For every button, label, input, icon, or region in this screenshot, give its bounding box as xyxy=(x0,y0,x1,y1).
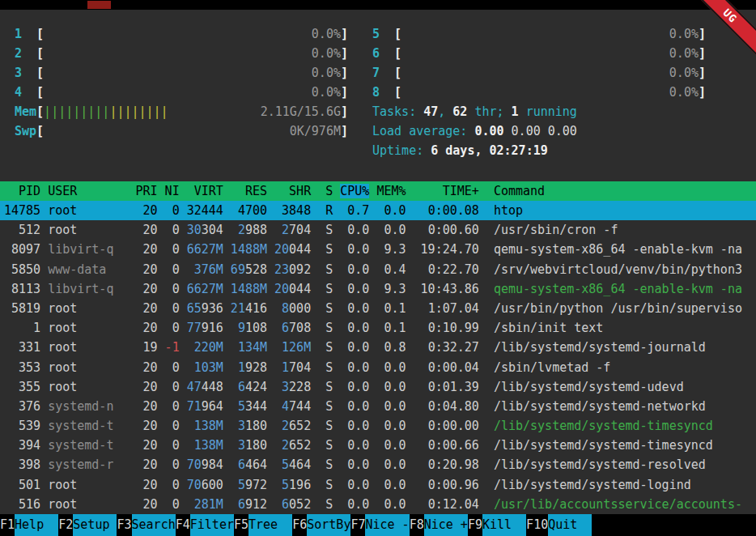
process-state: S xyxy=(311,240,333,259)
process-pid: 501 xyxy=(4,475,40,495)
process-command: qemu-system-x86_64 -enable-kvm -na xyxy=(494,279,756,299)
fn-key-label: F10 xyxy=(526,514,548,536)
column-header-s[interactable]: S xyxy=(311,181,333,201)
column-header-mem[interactable]: MEM% xyxy=(369,181,406,201)
meters-right-column: 5[0.0%]6[0.0%]7[0.0%]8[0.0%]Tasks: 47, 6… xyxy=(372,24,706,160)
swap-meter-value: 0K/976M xyxy=(290,121,341,141)
mem-used-bars: ||||||||| xyxy=(44,104,109,119)
meter-close-bracket: ] xyxy=(699,83,706,102)
debug-ribbon-label: UG xyxy=(720,6,739,25)
process-row[interactable]: 501root2007060059725196S0.00.00:00.96/li… xyxy=(0,475,756,495)
column-header-cpu[interactable]: CPU% xyxy=(333,181,369,201)
process-nice: 0 xyxy=(158,436,180,455)
process-row[interactable]: 539systemd-t200138M31802652S0.00.00:00.0… xyxy=(0,416,756,436)
cpu-meter-1-label: 1 xyxy=(15,24,36,44)
fn-key-label: F5 xyxy=(234,514,248,536)
process-mem: 0.1 xyxy=(369,299,406,318)
process-row[interactable]: 331root19-1220M134M126MS0.00.80:32.27/li… xyxy=(0,338,756,357)
blank-row xyxy=(0,160,756,181)
cpu-meter-3-label: 3 xyxy=(15,63,36,83)
meter-open-bracket: [ xyxy=(394,44,401,63)
column-header-shr[interactable]: SHR xyxy=(267,181,311,201)
fn-kill[interactable]: F9Kill xyxy=(468,514,526,536)
fn-help[interactable]: F1Help xyxy=(0,514,58,536)
process-mem: 0.4 xyxy=(369,260,406,279)
fn-quit[interactable]: F10Quit xyxy=(526,514,592,536)
meters-panel: 1[0.0%]2[0.0%]3[0.0%]4[0.0%]Mem[||||||||… xyxy=(0,10,756,160)
meter-close-bracket: ] xyxy=(341,63,348,83)
process-pid: 353 xyxy=(4,358,40,377)
cpu-meter-4: 4[0.0%] xyxy=(15,83,348,102)
function-key-bar: F1HelpF2SetupF3SearchF4FilterF5TreeF6Sor… xyxy=(0,514,756,536)
column-header-pid[interactable]: PID xyxy=(4,181,40,201)
cpu-meter-6-label: 6 xyxy=(372,44,394,63)
process-row[interactable]: 5819root20065936214168000S0.00.11:07.04/… xyxy=(0,299,756,318)
fn-action-label: Nice - xyxy=(365,514,409,536)
process-cpu: 0.0 xyxy=(333,338,369,357)
fn-setup[interactable]: F2Setup xyxy=(58,514,117,536)
process-row[interactable]: 398systemd-r2007098464645464S0.00.00:20.… xyxy=(0,455,756,474)
memory-meter-fill: ||||||||||||||||| xyxy=(44,102,261,121)
process-row[interactable]: 8097libvirt-q2006627M1488M20044S0.09.319… xyxy=(0,240,756,259)
process-mem: 0.8 xyxy=(369,338,406,357)
column-header-time[interactable]: TIME+ xyxy=(406,181,479,201)
process-priority: 20 xyxy=(113,436,157,455)
process-nice: 0 xyxy=(158,318,180,338)
process-pid: 5850 xyxy=(4,260,40,279)
column-header-user[interactable]: USER xyxy=(48,181,113,201)
process-cpu: 0.0 xyxy=(333,220,369,240)
process-cpu: 0.0 xyxy=(333,495,369,514)
process-row[interactable]: 1root2007791691086708S0.00.10:10.99/sbin… xyxy=(0,318,756,338)
column-header-command[interactable]: Command xyxy=(494,181,756,201)
process-mem: 0.0 xyxy=(369,201,406,220)
fn-nice[interactable]: F8Nice + xyxy=(410,514,468,536)
fn-filter[interactable]: F4Filter xyxy=(176,514,234,536)
process-nice: 0 xyxy=(158,201,180,220)
process-state: R xyxy=(311,201,333,220)
meter-open-bracket: [ xyxy=(394,24,401,44)
process-user: root xyxy=(48,318,113,338)
swap-meter-fill xyxy=(44,121,290,141)
fn-action-label: Quit xyxy=(548,514,592,536)
process-row[interactable]: 376systemd-n2007196453444744S0.00.00:04.… xyxy=(0,397,756,416)
process-state: S xyxy=(311,220,333,240)
process-priority: 20 xyxy=(113,260,157,279)
column-header-ni[interactable]: NI xyxy=(158,181,180,201)
column-header-res[interactable]: RES xyxy=(223,181,267,201)
process-cpu: 0.0 xyxy=(333,416,369,436)
meter-open-bracket: [ xyxy=(36,121,44,141)
process-row[interactable]: 355root2004744864243228S0.00.00:01.39/li… xyxy=(0,377,756,397)
process-row[interactable]: 5850www-data200376M6952823092S0.00.40:22… xyxy=(0,260,756,279)
meter-close-bracket: ] xyxy=(341,83,348,102)
fn-action-label: Setup xyxy=(73,514,117,536)
meter-close-bracket: ] xyxy=(699,24,706,44)
process-row[interactable]: 516root200281M69126052S0.00.00:12.04/usr… xyxy=(0,495,756,514)
process-pid: 376 xyxy=(4,397,40,416)
process-user: systemd-t xyxy=(48,436,113,455)
meters-left-column: 1[0.0%]2[0.0%]3[0.0%]4[0.0%]Mem[||||||||… xyxy=(15,24,348,160)
fn-key-label: F6 xyxy=(292,514,307,536)
fn-sortby[interactable]: F6SortBy xyxy=(292,514,350,536)
fn-key-label: F9 xyxy=(468,514,482,536)
column-header-pri[interactable]: PRI xyxy=(113,181,157,201)
process-mem: 0.0 xyxy=(369,397,406,416)
process-time: 10:43.86 xyxy=(406,279,479,299)
process-row[interactable]: 512root2003030429882704S0.00.00:00.60/us… xyxy=(0,220,756,240)
uptime: Uptime: 6 days, 02:27:19 xyxy=(372,141,706,160)
fn-tree[interactable]: F5Tree xyxy=(234,514,292,536)
process-time: 0:00.60 xyxy=(406,220,479,240)
process-pid: 355 xyxy=(4,377,40,397)
fn-nice[interactable]: F7Nice - xyxy=(350,514,409,536)
cpu-meter-8-label: 8 xyxy=(372,83,394,102)
process-nice: 0 xyxy=(158,495,180,514)
process-row[interactable]: 353root200103M19281704S0.00.00:00.04/sbi… xyxy=(0,358,756,377)
process-mem: 0.0 xyxy=(369,358,406,377)
htop-terminal: UG 1[0.0%]2[0.0%]3[0.0%]4[0.0%]Mem[|||||… xyxy=(0,0,756,536)
process-row[interactable]: 394systemd-t200138M31802652S0.00.00:00.6… xyxy=(0,436,756,455)
process-state: S xyxy=(311,260,333,279)
process-row[interactable]: 8113libvirt-q2006627M1488M20044S0.09.310… xyxy=(0,279,756,299)
process-row[interactable]: 14785root2003244447003848R0.70.00:00.08h… xyxy=(0,201,756,220)
cpu-meter-7-label: 7 xyxy=(372,63,394,83)
fn-search[interactable]: F3Search xyxy=(117,514,175,536)
column-header-virt[interactable]: VIRT xyxy=(180,181,223,201)
